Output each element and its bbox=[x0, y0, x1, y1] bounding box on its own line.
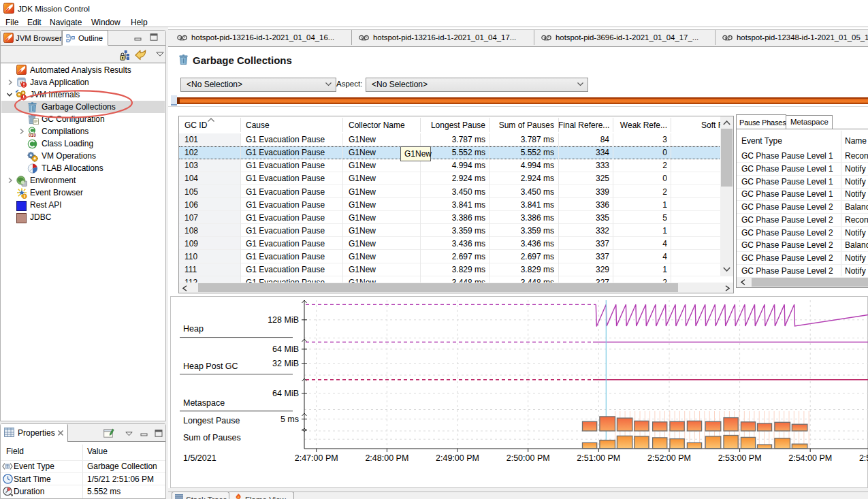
svg-text:Longest Pause: Longest Pause bbox=[183, 416, 240, 425]
svg-text:2:48:00 PM: 2:48:00 PM bbox=[365, 453, 408, 463]
svg-text:2:53:00 PM: 2:53:00 PM bbox=[718, 453, 762, 463]
svg-text:128 MiB: 128 MiB bbox=[268, 315, 299, 325]
svg-text:64 MiB: 64 MiB bbox=[272, 389, 299, 398]
svg-text:2:55:00 PM: 2:55:00 PM bbox=[859, 453, 868, 463]
svg-text:2:49:00 PM: 2:49:00 PM bbox=[436, 453, 479, 463]
svg-text:5 ms: 5 ms bbox=[280, 415, 299, 424]
svg-text:Heap Post GC: Heap Post GC bbox=[183, 361, 238, 371]
svg-text:2:52:00 PM: 2:52:00 PM bbox=[647, 453, 691, 463]
svg-text:2:47:00 PM: 2:47:00 PM bbox=[295, 453, 338, 463]
svg-text:64 MiB: 64 MiB bbox=[272, 344, 299, 354]
svg-text:2:51:00 PM: 2:51:00 PM bbox=[577, 453, 620, 463]
svg-text:Heap: Heap bbox=[183, 324, 204, 334]
svg-text:1/5/2021: 1/5/2021 bbox=[183, 453, 216, 463]
svg-text:Metaspace: Metaspace bbox=[183, 398, 225, 408]
svg-text:Sum of Pauses: Sum of Pauses bbox=[183, 433, 241, 442]
svg-text:010: 010 bbox=[29, 133, 36, 138]
svg-text:2:50:00 PM: 2:50:00 PM bbox=[507, 453, 550, 463]
svg-text:32 MiB: 32 MiB bbox=[272, 359, 299, 368]
svg-text:2:54:00 PM: 2:54:00 PM bbox=[788, 453, 832, 463]
